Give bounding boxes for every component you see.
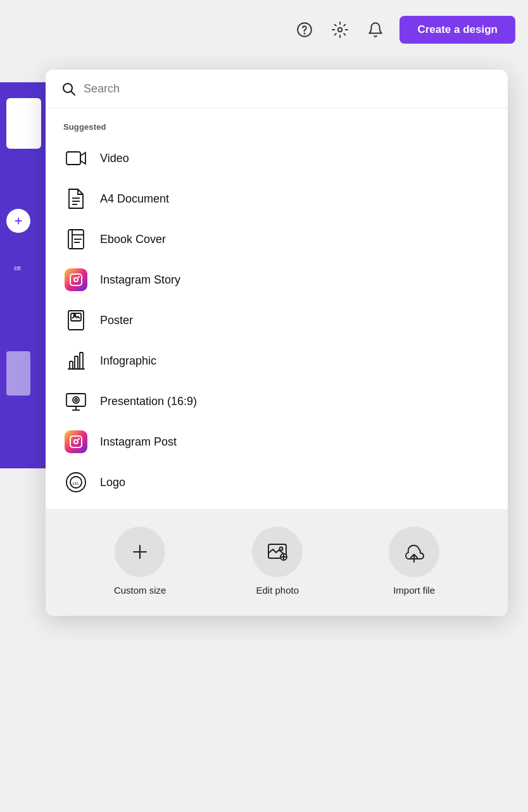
create-design-button[interactable]: Create a design xyxy=(399,16,515,44)
instagram-story-icon xyxy=(63,267,89,292)
custom-size-action[interactable]: Custom size xyxy=(114,527,167,596)
settings-button[interactable] xyxy=(329,18,351,41)
poster-icon xyxy=(63,308,89,333)
menu-item-ebook-cover[interactable]: Ebook Cover xyxy=(63,219,490,259)
menu-item-instagram-post[interactable]: Instagram Post xyxy=(63,422,490,462)
custom-size-label: Custom size xyxy=(114,585,167,596)
svg-point-2 xyxy=(338,28,343,32)
menu-item-logo[interactable]: co. Logo xyxy=(63,462,490,503)
menu-label-logo: Logo xyxy=(100,476,125,489)
svg-point-32 xyxy=(280,547,283,551)
import-file-circle xyxy=(389,527,439,577)
edit-photo-action[interactable]: Edit photo xyxy=(252,527,303,596)
svg-rect-20 xyxy=(80,353,83,369)
bottom-actions: Custom size Edit photo xyxy=(46,509,508,616)
suggested-label: Suggested xyxy=(63,122,490,132)
svg-rect-19 xyxy=(75,356,78,369)
top-bar: Create a design xyxy=(293,16,515,44)
menu-label-poster: Poster xyxy=(100,314,133,327)
menu-label-video: Video xyxy=(100,152,129,165)
import-file-action[interactable]: Import file xyxy=(389,527,439,596)
create-design-dropdown: Suggested Video A4 D xyxy=(46,70,508,616)
suggested-section: Suggested Video A4 D xyxy=(46,108,508,509)
video-icon xyxy=(63,146,89,171)
logo-icon: co. xyxy=(63,470,89,495)
menu-item-infographic[interactable]: Infographic xyxy=(63,340,490,381)
svg-point-23 xyxy=(75,399,77,401)
import-file-label: Import file xyxy=(393,585,435,596)
bg-purple-circle xyxy=(6,209,30,233)
presentation-icon xyxy=(63,389,89,414)
instagram-post-icon xyxy=(63,429,89,454)
search-input[interactable] xyxy=(84,82,493,96)
menu-item-a4-document[interactable]: A4 Document xyxy=(63,178,490,219)
menu-label-infographic: Infographic xyxy=(100,354,156,368)
svg-rect-5 xyxy=(66,152,80,165)
svg-rect-21 xyxy=(66,394,85,406)
infographic-icon xyxy=(63,348,89,373)
edit-photo-circle xyxy=(252,527,303,577)
svg-rect-18 xyxy=(70,361,73,369)
svg-line-4 xyxy=(72,92,75,96)
menu-item-presentation[interactable]: Presentation (16:9) xyxy=(63,381,490,422)
svg-point-22 xyxy=(73,397,79,403)
bg-purple-card xyxy=(6,98,41,149)
edit-photo-label: Edit photo xyxy=(256,585,299,596)
menu-item-poster[interactable]: Poster xyxy=(63,300,490,340)
menu-label-presentation: Presentation (16:9) xyxy=(100,395,197,408)
svg-text:co.: co. xyxy=(73,480,80,486)
menu-label-ig-post: Instagram Post xyxy=(100,435,177,449)
custom-size-circle xyxy=(115,527,165,577)
help-button[interactable] xyxy=(293,18,316,41)
ebook-cover-icon xyxy=(63,227,89,252)
notifications-button[interactable] xyxy=(364,18,387,41)
menu-label-ebook: Ebook Cover xyxy=(100,233,166,246)
menu-item-video[interactable]: Video xyxy=(63,138,490,178)
a4-document-icon xyxy=(63,186,89,211)
menu-item-instagram-story[interactable]: Instagram Story xyxy=(63,259,490,300)
svg-point-1 xyxy=(305,33,305,34)
menu-label-a4: A4 Document xyxy=(100,192,169,206)
search-area xyxy=(46,70,508,108)
menu-label-ig-story: Instagram Story xyxy=(100,273,180,287)
bg-purple-text: ce xyxy=(0,265,35,272)
search-icon xyxy=(61,81,76,96)
bg-lower-card xyxy=(6,351,30,396)
